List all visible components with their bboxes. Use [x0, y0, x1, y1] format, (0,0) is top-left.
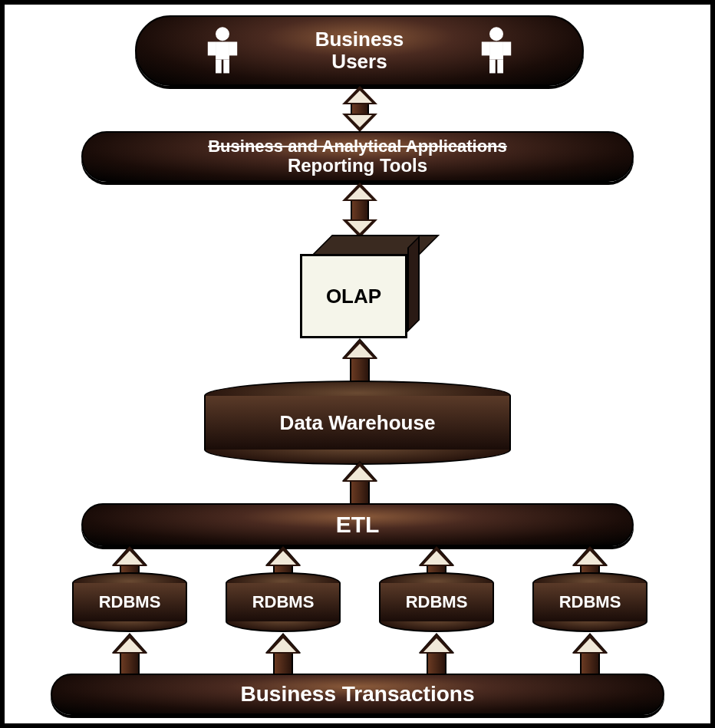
svg-rect-4 [216, 60, 222, 74]
svg-point-6 [489, 27, 503, 41]
svg-rect-8 [482, 41, 489, 55]
rdbms-cylinder: RDBMS [532, 572, 647, 632]
business-users-layer: Business Users [135, 15, 584, 86]
svg-rect-7 [489, 41, 503, 59]
olap-label: OLAP [326, 285, 381, 308]
rdbms-cylinder: RDBMS [379, 572, 494, 632]
svg-rect-1 [216, 41, 229, 59]
svg-rect-3 [229, 41, 237, 55]
olap-cube: OLAP [300, 235, 419, 338]
data-warehouse-cylinder: Data Warehouse [204, 380, 511, 461]
rdbms-cylinder: RDBMS [72, 572, 187, 632]
transactions-label: Business Transactions [240, 682, 474, 707]
etl-label: ETL [336, 512, 380, 538]
person-icon [202, 26, 243, 75]
svg-rect-11 [497, 60, 503, 74]
svg-point-0 [216, 27, 229, 41]
up-arrow-icon [419, 634, 454, 677]
reporting-tools-layer: Business and Analytical Applications Rep… [81, 131, 634, 182]
person-icon [476, 26, 517, 75]
up-arrow-icon [265, 634, 301, 677]
reporting-label-2: Reporting Tools [288, 156, 427, 176]
rdbms-cylinder: RDBMS [226, 572, 341, 632]
svg-rect-10 [489, 60, 496, 74]
up-arrow-icon [342, 339, 377, 384]
up-arrow-icon [572, 634, 608, 677]
rdbms-label: RDBMS [252, 592, 315, 612]
users-label-2: Users [331, 51, 387, 73]
svg-rect-9 [503, 41, 511, 55]
business-transactions-layer: Business Transactions [51, 674, 664, 715]
bidirectional-arrow-icon [342, 86, 377, 132]
svg-rect-5 [223, 60, 229, 74]
rdbms-label: RDBMS [406, 592, 468, 612]
etl-layer: ETL [81, 503, 634, 546]
users-label-1: Business [315, 28, 404, 51]
up-arrow-icon [342, 462, 377, 506]
architecture-diagram: Business Users Business and Analytical A… [5, 5, 710, 723]
bidirectional-arrow-icon [342, 183, 377, 238]
up-arrow-icon [112, 634, 147, 677]
svg-rect-2 [208, 41, 216, 55]
rdbms-label: RDBMS [99, 592, 161, 612]
dw-label: Data Warehouse [280, 411, 436, 435]
rdbms-label: RDBMS [559, 592, 621, 612]
reporting-label-1: Business and Analytical Applications [208, 137, 507, 156]
